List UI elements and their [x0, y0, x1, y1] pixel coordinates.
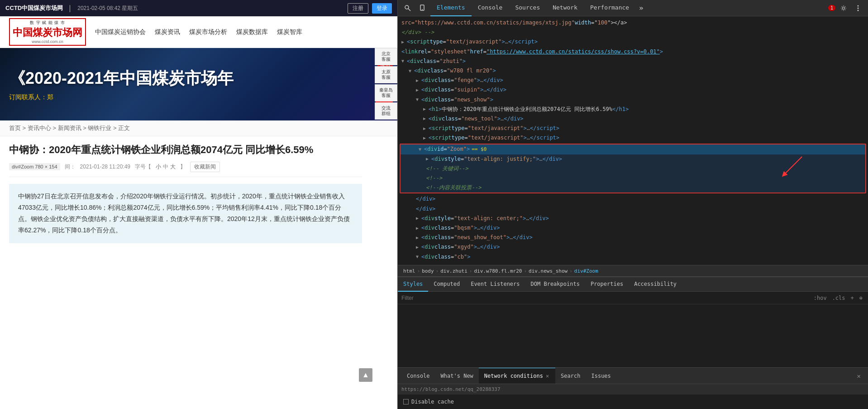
bc-div-zoom[interactable]: div#Zoom: [572, 268, 600, 274]
tab-network[interactable]: Network: [546, 0, 584, 16]
devtools-more-options-button[interactable]: [852, 2, 864, 14]
tree-line[interactable]: ▼ <div class="zhuti" >: [398, 57, 868, 66]
bc-div-news-show[interactable]: div.news_show: [527, 268, 569, 274]
sidebar-btn-taiyuan[interactable]: 太原 客服: [375, 66, 397, 83]
sidebar-btn-beijing[interactable]: 北京 客服: [375, 48, 397, 65]
tree-line[interactable]: src="https://www.cctd.com.cn/statics/ima…: [398, 18, 868, 28]
filter-input[interactable]: [401, 295, 812, 301]
console-tab-issues[interactable]: Issues: [586, 368, 616, 384]
tree-line[interactable]: <!-- 关键词-->: [401, 164, 865, 173]
bc-div-zhuti[interactable]: div.zhuti: [439, 268, 469, 274]
login-button[interactable]: 登录: [372, 3, 392, 14]
filter-expand-button[interactable]: ⊕: [858, 295, 864, 301]
tree-line[interactable]: ▶ <div class="suipin" >…</div>: [398, 85, 868, 95]
styles-tab-dom-breakpoints[interactable]: DOM Breakpoints: [525, 277, 585, 292]
back-to-top-button[interactable]: ▲: [359, 368, 372, 382]
bc-body[interactable]: body: [420, 268, 436, 274]
tree-line[interactable]: ▼ <div class="news_show" >: [398, 95, 868, 105]
device-toggle-button[interactable]: [416, 2, 429, 14]
sidebar-btn-qinhuangdao[interactable]: 秦皇岛 客服: [375, 84, 397, 101]
bc-div-w780[interactable]: div.w780.fl.mr20: [472, 268, 524, 274]
console-tab-search[interactable]: Search: [555, 368, 586, 384]
tree-line[interactable]: ▶ <div style="text-align: justify;" >…</…: [401, 154, 865, 164]
disable-cache-label[interactable]: Disable cache: [403, 399, 454, 405]
font-label: 字号【: [135, 163, 151, 171]
tree-line[interactable]: ▶ <div class="fenge" >…</div>: [398, 76, 868, 85]
filter-add-button[interactable]: +: [849, 295, 856, 301]
tree-line[interactable]: [398, 262, 868, 265]
tree-line[interactable]: ▼ <div class="cb" >: [398, 252, 868, 262]
tree-line[interactable]: ▶ <div class="news_tool" >…</div>: [398, 114, 868, 124]
register-button[interactable]: 注册: [348, 3, 368, 14]
sidebar-btn-group[interactable]: 交流 群组: [375, 102, 397, 120]
caching-row: Disable cache: [398, 395, 868, 409]
tab-console[interactable]: Console: [472, 0, 509, 16]
styles-tab-accessibility[interactable]: Accessibility: [629, 277, 682, 292]
devtools-settings-button[interactable]: [837, 2, 850, 14]
console-tab-network-conditions[interactable]: Network conditions ✕: [479, 368, 555, 384]
font-size-links: 小 中 大: [156, 163, 176, 171]
styles-tab-styles[interactable]: Styles: [398, 277, 428, 292]
tree-line-selected[interactable]: ▼ <div id="Zoom" > == $0: [401, 144, 865, 154]
nav-link-2[interactable]: 煤炭市场分析: [189, 28, 227, 36]
article-area: 中钢协：2020年重点统计钢铁企业利润总额2074亿元 同比增长6.59% di…: [0, 136, 371, 250]
console-tab-console[interactable]: Console: [401, 368, 435, 384]
tree-line[interactable]: </div>: [398, 204, 868, 214]
font-end: 】: [180, 163, 186, 171]
tree-line[interactable]: ▶ <div class="news_show_foot" >…</div>: [398, 233, 868, 242]
filter-hov-button[interactable]: :hov: [812, 295, 829, 301]
article-content: 中钢协27日在北京召开信息发布会，介绍2020年钢铁行业运行情况。初步统计，20…: [9, 184, 362, 243]
tree-line[interactable]: ▶ <script type="text/javascript" >…</scr…: [398, 37, 868, 47]
nav-link-1[interactable]: 煤炭资讯: [155, 28, 180, 36]
site-breadcrumb: 首页 > 资讯中心 > 新闻资讯 > 钢铁行业 > 正文: [0, 120, 397, 136]
svg-point-4: [843, 7, 845, 9]
tree-line[interactable]: </div> -->: [398, 28, 868, 37]
inspect-element-button[interactable]: [401, 2, 414, 14]
tree-line[interactable]: ▶ <div style="text-align: center;" >…</d…: [398, 214, 868, 223]
network-conditions-close-icon[interactable]: ✕: [545, 373, 550, 379]
bc-html[interactable]: html: [401, 268, 417, 274]
logo-main: 中国煤炭市场网: [13, 26, 82, 39]
nav-link-4[interactable]: 煤炭智库: [277, 28, 302, 36]
tree-line[interactable]: ▶ <h1 >中钢协：2020年重点统计钢铁企业利润总额2074亿元 同比增长6…: [398, 105, 868, 114]
dom-breadcrumb-bar: html › body › div.zhuti › div.w780.fl.mr…: [398, 265, 868, 277]
tree-line[interactable]: ▶ <script type="text/javascript" >…</scr…: [398, 133, 868, 143]
nav-link-0[interactable]: 中国煤炭运销协会: [95, 28, 146, 36]
styles-tab-computed[interactable]: Computed: [428, 277, 465, 292]
filter-options: :hov .cls + ⊕: [812, 295, 864, 301]
html-tree[interactable]: src="https://www.cctd.com.cn/statics/ima…: [398, 16, 868, 265]
disable-cache-checkbox[interactable]: [403, 399, 409, 404]
tree-line[interactable]: ▶ <div class="xgyd" >…</div>: [398, 242, 868, 252]
status-url: https://blog.csdn.net/qq_20288337: [401, 386, 501, 392]
svg-point-5: [858, 5, 859, 6]
tab-sources[interactable]: Sources: [509, 0, 546, 16]
close-drawer-button[interactable]: ✕: [854, 372, 864, 380]
banner-sub: 订阅联系人：郑: [9, 93, 234, 101]
console-tab-whats-new[interactable]: What's New: [435, 368, 479, 384]
breadcrumb-text: 首页 > 资讯中心 > 新闻资讯 > 钢铁行业 > 正文: [9, 125, 130, 131]
nav-link-3[interactable]: 煤炭数据库: [236, 28, 268, 36]
tree-line[interactable]: <!--内容关联投票-->: [401, 183, 865, 192]
svg-point-6: [858, 7, 859, 9]
tree-line[interactable]: ▼ <div class="w780 fl mr20" >: [398, 66, 868, 76]
svg-line-1: [408, 9, 410, 11]
styles-tab-event-listeners[interactable]: Event Listeners: [465, 277, 525, 292]
tree-line[interactable]: </div>: [398, 194, 868, 204]
tree-line[interactable]: ▶ <div class="bqsm" >…</div>: [398, 223, 868, 233]
filter-cls-button[interactable]: .cls: [830, 295, 847, 301]
site-date: 2021-02-05 08:42 星期五: [77, 5, 138, 12]
logo-text-top: 数 宇 赋 能 煤 市: [30, 20, 65, 26]
more-tabs-button[interactable]: »: [635, 0, 647, 16]
font-small-link[interactable]: 小: [156, 163, 161, 171]
tab-performance[interactable]: Performance: [584, 0, 635, 16]
logo-box: 数 宇 赋 能 煤 市 中国煤炭市场网 www.cctd.com.cn: [9, 18, 86, 46]
tab-elements[interactable]: Elements: [430, 0, 472, 16]
styles-tab-properties[interactable]: Properties: [585, 277, 629, 292]
tree-line[interactable]: <link rel="stylesheet" href="https://www…: [398, 47, 868, 57]
tree-line[interactable]: ▶ <script type="text/javascript" >…</scr…: [398, 124, 868, 133]
logo-area: 数 宇 赋 能 煤 市 中国煤炭市场网 www.cctd.com.cn: [9, 18, 86, 46]
tree-line[interactable]: <!-->: [401, 173, 865, 183]
network-conditions-label: Network conditions: [484, 373, 543, 379]
font-large-link[interactable]: 大: [170, 163, 176, 171]
collect-button[interactable]: 收藏新闻: [190, 162, 220, 172]
